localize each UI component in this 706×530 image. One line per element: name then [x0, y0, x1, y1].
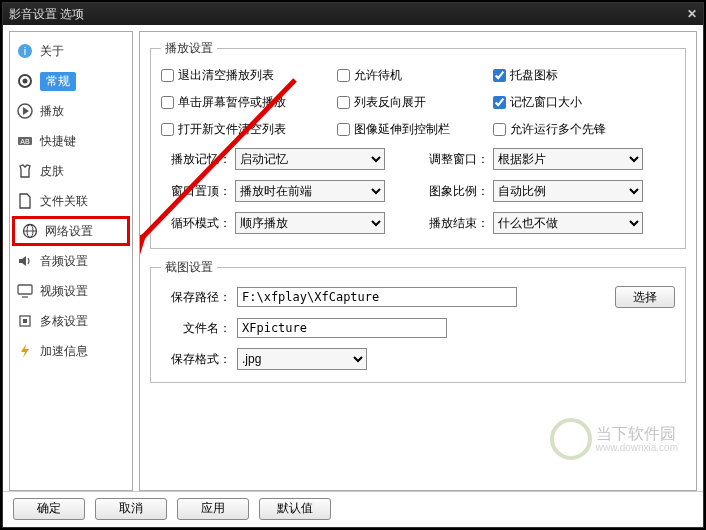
title-bar: 影音设置 选项 ✕ [3, 3, 703, 25]
checkbox-input[interactable] [337, 96, 350, 109]
select-image-ratio[interactable]: 自动比例 [493, 180, 643, 202]
label-loop-mode: 循环模式： [161, 215, 231, 232]
label-window-top: 窗口置顶： [161, 183, 231, 200]
sidebar-item-hotkey[interactable]: AB 快捷键 [10, 126, 132, 156]
monitor-icon [16, 282, 34, 300]
svg-point-3 [23, 79, 28, 84]
sidebar-item-label: 常规 [40, 72, 76, 91]
default-button[interactable]: 默认值 [259, 498, 331, 520]
gear-icon [16, 72, 34, 90]
checkbox-image-to-ctrl[interactable]: 图像延伸到控制栏 [337, 121, 487, 138]
checkbox-allow-multiple[interactable]: 允许运行多个先锋 [493, 121, 643, 138]
select-save-format[interactable]: .jpg [237, 348, 367, 370]
svg-text:i: i [24, 45, 26, 57]
checkbox-remember-size[interactable]: 记忆窗口大小 [493, 94, 643, 111]
checkbox-input[interactable] [161, 123, 174, 136]
checkbox-clear-on-exit[interactable]: 退出清空播放列表 [161, 67, 331, 84]
speaker-icon [16, 252, 34, 270]
checkbox-clear-on-new[interactable]: 打开新文件清空列表 [161, 121, 331, 138]
sidebar-item-audio[interactable]: 音频设置 [10, 246, 132, 276]
sidebar-item-accel[interactable]: 加速信息 [10, 336, 132, 366]
sidebar-item-label: 加速信息 [40, 343, 88, 360]
label-save-path: 保存路径： [161, 289, 231, 306]
settings-window: 影音设置 选项 ✕ i 关于 常规 播放 AB 快 [2, 2, 704, 528]
info-icon: i [16, 42, 34, 60]
sidebar-item-general[interactable]: 常规 [10, 66, 132, 96]
watermark-text-cn: 当下软件园 [596, 425, 678, 443]
group-legend: 播放设置 [161, 40, 217, 57]
select-loop-mode[interactable]: 顺序播放 [235, 212, 385, 234]
label-image-ratio: 图象比例： [419, 183, 489, 200]
checkbox-input[interactable] [337, 69, 350, 82]
ok-button[interactable]: 确定 [13, 498, 85, 520]
checkbox-input[interactable] [493, 96, 506, 109]
sidebar: i 关于 常规 播放 AB 快捷键 皮肤 [9, 31, 133, 491]
lightning-icon [16, 342, 34, 360]
checkbox-reverse-expand[interactable]: 列表反向展开 [337, 94, 487, 111]
svg-rect-14 [23, 319, 27, 323]
playback-settings-group: 播放设置 退出清空播放列表 允许待机 托盘图标 单击屏幕暂停或播放 列表反向展开… [150, 40, 686, 249]
sidebar-item-label: 关于 [40, 43, 64, 60]
checkbox-tray-icon[interactable]: 托盘图标 [493, 67, 643, 84]
label-play-end: 播放结束： [419, 215, 489, 232]
globe-icon [21, 222, 39, 240]
watermark-logo-icon [550, 418, 592, 460]
sidebar-item-playback[interactable]: 播放 [10, 96, 132, 126]
checkbox-allow-standby[interactable]: 允许待机 [337, 67, 487, 84]
content-panel: 播放设置 退出清空播放列表 允许待机 托盘图标 单击屏幕暂停或播放 列表反向展开… [139, 31, 697, 491]
client-area: i 关于 常规 播放 AB 快捷键 皮肤 [3, 25, 703, 527]
label-play-memory: 播放记忆： [161, 151, 231, 168]
select-play-memory[interactable]: 启动记忆 [235, 148, 385, 170]
cancel-button[interactable]: 取消 [95, 498, 167, 520]
sidebar-item-skin[interactable]: 皮肤 [10, 156, 132, 186]
watermark-text-en: www.downxia.com [596, 442, 678, 453]
sidebar-item-label: 播放 [40, 103, 64, 120]
checkbox-input[interactable] [493, 123, 506, 136]
checkbox-input[interactable] [493, 69, 506, 82]
select-adjust-window[interactable]: 根据影片 [493, 148, 643, 170]
sidebar-item-about[interactable]: i 关于 [10, 36, 132, 66]
capture-settings-group: 截图设置 保存路径： 选择 文件名： 保存格式： .jpg [150, 259, 686, 383]
sidebar-item-label: 文件关联 [40, 193, 88, 210]
sidebar-item-label: 网络设置 [45, 223, 93, 240]
sidebar-item-label: 视频设置 [40, 283, 88, 300]
svg-text:AB: AB [20, 138, 30, 145]
sidebar-item-label: 多核设置 [40, 313, 88, 330]
sidebar-item-multicore[interactable]: 多核设置 [10, 306, 132, 336]
sidebar-item-label: 皮肤 [40, 163, 64, 180]
sidebar-item-label: 音频设置 [40, 253, 88, 270]
file-icon [16, 192, 34, 210]
sidebar-item-assoc[interactable]: 文件关联 [10, 186, 132, 216]
select-window-top[interactable]: 播放时在前端 [235, 180, 385, 202]
checkbox-input[interactable] [161, 96, 174, 109]
play-icon [16, 102, 34, 120]
svg-rect-11 [18, 285, 32, 294]
apply-button[interactable]: 应用 [177, 498, 249, 520]
select-play-end[interactable]: 什么也不做 [493, 212, 643, 234]
shirt-icon [16, 162, 34, 180]
keyboard-icon: AB [16, 132, 34, 150]
window-title: 影音设置 选项 [9, 6, 84, 23]
close-icon[interactable]: ✕ [687, 7, 697, 21]
browse-button[interactable]: 选择 [615, 286, 675, 308]
svg-marker-5 [23, 107, 29, 115]
checkbox-input[interactable] [161, 69, 174, 82]
label-adjust-window: 调整窗口： [419, 151, 489, 168]
sidebar-item-network[interactable]: 网络设置 [12, 216, 130, 246]
group-legend: 截图设置 [161, 259, 217, 276]
sidebar-item-label: 快捷键 [40, 133, 76, 150]
cpu-icon [16, 312, 34, 330]
sidebar-item-video[interactable]: 视频设置 [10, 276, 132, 306]
dialog-button-bar: 确定 取消 应用 默认值 [3, 491, 703, 525]
input-save-path[interactable] [237, 287, 517, 307]
label-save-format: 保存格式： [161, 351, 231, 368]
label-filename: 文件名： [161, 320, 231, 337]
watermark: 当下软件园 www.downxia.com [550, 418, 678, 460]
checkbox-click-pause[interactable]: 单击屏幕暂停或播放 [161, 94, 331, 111]
input-filename[interactable] [237, 318, 447, 338]
checkbox-input[interactable] [337, 123, 350, 136]
